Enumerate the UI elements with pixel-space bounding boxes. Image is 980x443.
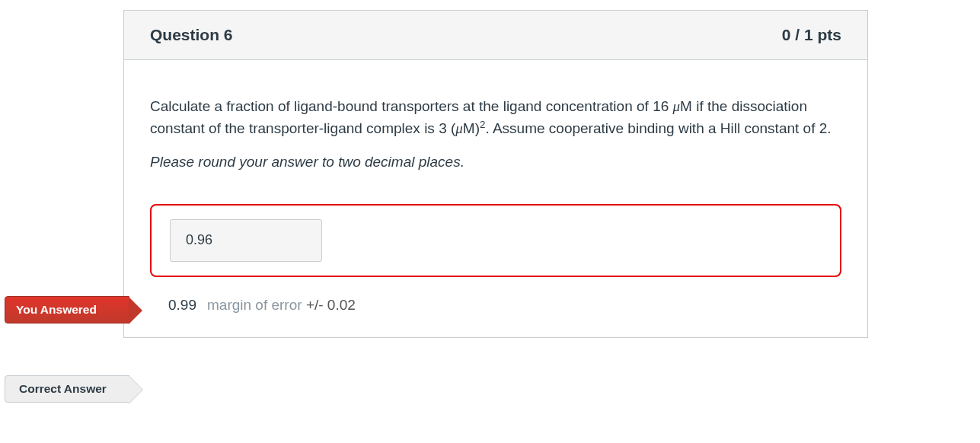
- your-answer-box: 0.96: [150, 204, 841, 277]
- question-card: Question 6 0 / 1 pts Calculate a fractio…: [123, 10, 868, 338]
- you-answered-tag: You Answered: [5, 296, 129, 323]
- you-answered-label: You Answered: [16, 303, 97, 317]
- question-body: Calculate a fraction of ligand-bound tra…: [124, 60, 867, 337]
- correct-answer-label: Correct Answer: [19, 382, 107, 396]
- correct-answer-tag: Correct Answer: [5, 375, 129, 403]
- correct-answer-value: 0.99: [168, 294, 196, 316]
- margin-of-error-value: +/- 0.02: [306, 297, 356, 313]
- question-points: 0 / 1 pts: [782, 26, 841, 44]
- question-header: Question 6 0 / 1 pts: [124, 11, 867, 60]
- correct-answer-row: 0.99 margin of error +/- 0.02: [150, 294, 841, 316]
- question-text: Calculate a fraction of ligand-bound tra…: [150, 95, 841, 140]
- your-answer-value: 0.96: [170, 219, 322, 262]
- question-instructions: Please round your answer to two decimal …: [150, 151, 841, 173]
- margin-of-error-label: margin of error: [207, 297, 302, 313]
- question-title: Question 6: [150, 26, 233, 44]
